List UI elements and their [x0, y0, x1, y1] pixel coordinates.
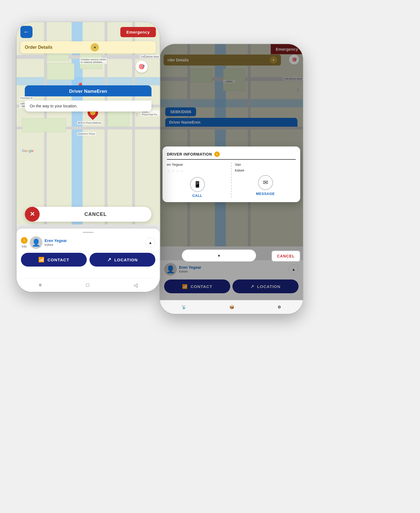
- driver-callout-name: Driver NameEren: [30, 89, 147, 94]
- menu-icon-2: ⚙: [278, 305, 281, 309]
- cancel-button-p2[interactable]: CANCEL: [272, 251, 300, 262]
- driver-stars: ☆ ☆ ☆ ☆: [167, 169, 228, 173]
- top-bar: ← Emergency: [20, 26, 156, 38]
- modal-title: DRIVER INFORMATION: [167, 152, 212, 156]
- call-button[interactable]: 📱: [190, 177, 205, 192]
- chevron-down-button-p2[interactable]: ▾: [182, 249, 256, 262]
- modal-driver-name: en Yegear: [167, 162, 228, 167]
- phone-1: Oneplus service centerin madurai (Mobile…: [17, 22, 160, 292]
- call-label: CALL: [192, 194, 202, 198]
- modal-right: Van kskee ✉ MESSAGE: [232, 162, 296, 198]
- modal-info-icon: i: [214, 151, 220, 157]
- star-1: ☆: [167, 169, 170, 173]
- driver-callout-header: Driver NameEren: [25, 85, 151, 96]
- modal-body: en Yegear ☆ ☆ ☆ ☆ 📱 CALL: [167, 162, 296, 198]
- modal-title-row: DRIVER INFORMATION i: [167, 151, 296, 160]
- modal-message-action: ✉ MESSAGE: [235, 175, 296, 196]
- order-details-bar[interactable]: Order Details ▾ 🎯: [20, 41, 156, 53]
- driver-avatar: 👤: [30, 236, 42, 249]
- contact-icon: 📶: [38, 257, 45, 263]
- menu-nav-icon[interactable]: ≡: [39, 282, 42, 288]
- cancel-label[interactable]: CANCEL: [40, 211, 151, 217]
- driver-display-name: Eren Yegear: [45, 238, 67, 243]
- delivery-icon: 📦: [229, 305, 234, 309]
- modal-call-action: 📱 CALL: [167, 177, 228, 198]
- home-nav-icon[interactable]: □: [86, 282, 89, 288]
- drag-handle: [83, 232, 94, 233]
- modal-vehicle: Van: [235, 162, 296, 167]
- order-details-label: Order Details: [25, 45, 52, 50]
- android-nav-bar: ≡ □ ◁: [17, 278, 160, 292]
- emergency-button[interactable]: Emergency: [120, 27, 156, 37]
- driver-info-modal: DRIVER INFORMATION i en Yegear ☆ ☆ ☆ ☆: [162, 146, 300, 202]
- screen-1: Oneplus service centerin madurai (Mobile…: [17, 22, 160, 292]
- map-label-bocs: BOCS Pizza Madurai: [77, 121, 102, 124]
- map-label-oneplus: Oneplus service centerin madurai (Mobile…: [80, 58, 107, 64]
- message-button[interactable]: ✉: [258, 175, 273, 190]
- order-details-chevron[interactable]: ▾: [91, 43, 99, 51]
- cancel-x-button[interactable]: ✕: [25, 207, 40, 222]
- chevron-up-button[interactable]: ▲: [145, 238, 155, 248]
- map-label-dominos: Domino's Pizza: [77, 132, 96, 135]
- share-icon: ↗: [107, 257, 112, 263]
- modal-actions-right: ✉ MESSAGE: [235, 175, 296, 196]
- bottom-bar-2: 📡 📦 ⚙: [160, 300, 303, 314]
- back-nav-icon[interactable]: ◁: [134, 282, 137, 288]
- modal-actions-left: 📱 CALL: [167, 177, 228, 198]
- message-label: MESSAGE: [256, 192, 275, 196]
- info-label: Info: [22, 245, 27, 248]
- star-4: ☆: [180, 169, 184, 173]
- modal-left: en Yegear ☆ ☆ ☆ ☆ 📱 CALL: [167, 162, 232, 198]
- google-logo: Google: [22, 149, 34, 153]
- contact-label: CONTACT: [47, 257, 69, 262]
- driver-callout-message: On the way to your location.: [30, 104, 147, 108]
- location-button[interactable]: ↗ LOCATION: [90, 253, 155, 267]
- tracking-icon: 📡: [181, 305, 186, 309]
- driver-sub: kskee: [45, 243, 67, 247]
- contact-button[interactable]: 📶 CONTACT: [21, 253, 87, 267]
- modal-plate: kskee: [235, 168, 296, 172]
- back-button[interactable]: ←: [20, 26, 32, 38]
- driver-callout-bubble: On the way to your location.: [25, 101, 151, 112]
- phone-2: Cell phone store ...obiles... 🍴 Emergenc…: [160, 44, 303, 314]
- location-label: LOCATION: [114, 257, 138, 262]
- action-buttons: 📶 CONTACT ↗ LOCATION: [21, 253, 155, 267]
- back-icon: ←: [23, 28, 29, 36]
- gps-button[interactable]: 🎯: [136, 61, 148, 73]
- driver-row: i Info 👤 Eren Yegear kskee ▲: [21, 236, 155, 249]
- info-icon[interactable]: i: [21, 237, 28, 244]
- map-label-ponmeni: Ponmeni M: [19, 96, 34, 100]
- star-2: ☆: [171, 169, 175, 173]
- star-3: ☆: [176, 169, 179, 173]
- cancel-popup: ✕ CANCEL: [25, 207, 151, 222]
- screen-2: Cell phone store ...obiles... 🍴 Emergenc…: [160, 44, 303, 314]
